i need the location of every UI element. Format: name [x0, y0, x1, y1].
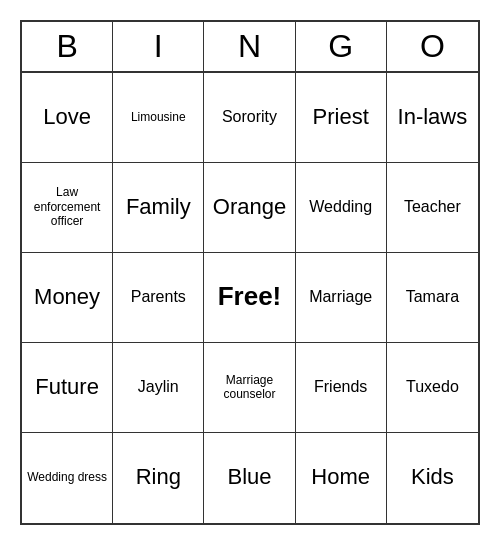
bingo-header: BINGO: [22, 22, 478, 73]
cell-text: Love: [43, 104, 91, 130]
bingo-cell: Family: [113, 163, 204, 253]
cell-text: Future: [35, 374, 99, 400]
bingo-cell: Parents: [113, 253, 204, 343]
bingo-cell: Jaylin: [113, 343, 204, 433]
cell-text: Family: [126, 194, 191, 220]
bingo-cell: Law enforcement officer: [22, 163, 113, 253]
bingo-cell: Limousine: [113, 73, 204, 163]
bingo-cell: Orange: [204, 163, 295, 253]
bingo-cell: Blue: [204, 433, 295, 523]
cell-text: Money: [34, 284, 100, 310]
bingo-cell: Love: [22, 73, 113, 163]
cell-text: In-laws: [398, 104, 468, 130]
bingo-cell: Marriage: [296, 253, 387, 343]
cell-text: Sorority: [222, 107, 277, 126]
bingo-cell: Free!: [204, 253, 295, 343]
bingo-cell: Teacher: [387, 163, 478, 253]
header-letter: O: [387, 22, 478, 71]
cell-text: Tuxedo: [406, 377, 459, 396]
cell-text: Orange: [213, 194, 286, 220]
cell-text: Parents: [131, 287, 186, 306]
bingo-cell: Wedding dress: [22, 433, 113, 523]
bingo-cell: Future: [22, 343, 113, 433]
bingo-cell: Ring: [113, 433, 204, 523]
cell-text: Wedding: [309, 197, 372, 216]
cell-text: Ring: [136, 464, 181, 490]
header-letter: N: [204, 22, 295, 71]
cell-text: Free!: [218, 281, 282, 312]
bingo-cell: Home: [296, 433, 387, 523]
cell-text: Jaylin: [138, 377, 179, 396]
cell-text: Tamara: [406, 287, 459, 306]
cell-text: Limousine: [131, 110, 186, 124]
header-letter: I: [113, 22, 204, 71]
bingo-cell: Priest: [296, 73, 387, 163]
cell-text: Home: [311, 464, 370, 490]
cell-text: Marriage: [309, 287, 372, 306]
bingo-cell: Tuxedo: [387, 343, 478, 433]
bingo-grid: LoveLimousineSororityPriestIn-lawsLaw en…: [22, 73, 478, 523]
bingo-card: BINGO LoveLimousineSororityPriestIn-laws…: [20, 20, 480, 525]
bingo-cell: In-laws: [387, 73, 478, 163]
cell-text: Teacher: [404, 197, 461, 216]
cell-text: Marriage counselor: [208, 373, 290, 402]
bingo-cell: Tamara: [387, 253, 478, 343]
header-letter: B: [22, 22, 113, 71]
cell-text: Wedding dress: [27, 470, 107, 484]
bingo-cell: Sorority: [204, 73, 295, 163]
bingo-cell: Friends: [296, 343, 387, 433]
header-letter: G: [296, 22, 387, 71]
cell-text: Law enforcement officer: [26, 185, 108, 228]
bingo-cell: Kids: [387, 433, 478, 523]
cell-text: Friends: [314, 377, 367, 396]
bingo-cell: Marriage counselor: [204, 343, 295, 433]
cell-text: Blue: [227, 464, 271, 490]
bingo-cell: Money: [22, 253, 113, 343]
cell-text: Priest: [313, 104, 369, 130]
bingo-cell: Wedding: [296, 163, 387, 253]
cell-text: Kids: [411, 464, 454, 490]
